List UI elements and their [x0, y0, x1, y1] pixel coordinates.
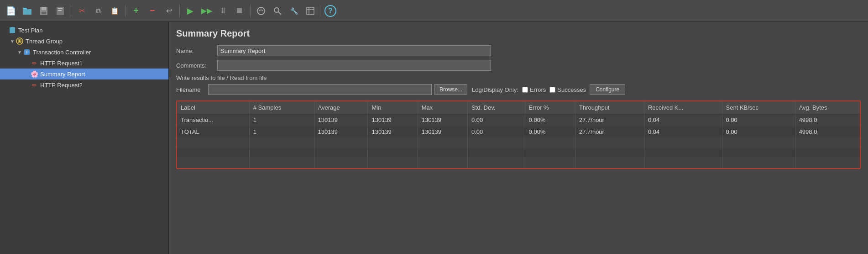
table-cell-r0-c4: 130139 — [418, 114, 467, 126]
browse-button[interactable]: Browse... — [434, 84, 467, 95]
col-header-stddev: Std. Dev. — [467, 101, 525, 114]
sidebar-item-test-plan[interactable]: Test Plan — [0, 25, 168, 36]
comments-label: Comments: — [176, 62, 217, 69]
col-header-error: Error % — [525, 101, 575, 114]
filename-label: Filename — [176, 86, 208, 93]
empty-cell — [467, 148, 525, 158]
sidebar-item-label-http-request2: HTTP Request2 — [40, 82, 83, 89]
svg-point-18 — [19, 40, 21, 42]
empty-cell — [368, 158, 418, 168]
table-empty-row — [177, 138, 860, 148]
transaction-controller-icon: T — [23, 48, 31, 56]
name-row: Name: — [176, 45, 861, 56]
table-cell-r1-c6: 0.00% — [525, 126, 575, 138]
empty-cell — [575, 138, 644, 148]
svg-line-11 — [278, 12, 281, 15]
comments-input[interactable] — [217, 60, 491, 71]
sidebar-item-label-http-request1: HTTP Request1 — [40, 60, 83, 67]
save-icon[interactable] — [37, 4, 51, 18]
undo-icon[interactable]: ↩ — [162, 4, 176, 18]
table-cell-r0-c10: 4998.0 — [795, 114, 860, 126]
empty-cell — [525, 158, 575, 168]
shutdown-icon[interactable]: ⏹ — [232, 4, 247, 18]
successes-checkbox[interactable] — [549, 87, 555, 93]
function-icon[interactable]: 🔧 — [287, 4, 301, 18]
empty-cell — [177, 148, 249, 158]
sidebar-item-transaction-controller[interactable]: ▼ T Transaction Controller — [0, 47, 168, 58]
col-header-received-kb: Received K... — [644, 101, 722, 114]
table-header-row: Label # Samples Average Min Max Std. Dev… — [177, 101, 860, 114]
arrow-transaction-controller: ▼ — [17, 50, 23, 55]
table-body: Transactio...11301391301391301390.000.00… — [177, 114, 860, 168]
run-icon[interactable]: ▶ — [183, 4, 198, 18]
copy-icon[interactable]: ⧉ — [91, 4, 105, 18]
sidebar-item-http-request1[interactable]: ✏ HTTP Request1 — [0, 58, 168, 69]
empty-cell — [644, 158, 722, 168]
empty-cell — [722, 148, 795, 158]
clear-icon[interactable] — [254, 4, 268, 18]
search-icon[interactable] — [270, 4, 285, 18]
empty-cell — [249, 158, 314, 168]
errors-label: Errors — [530, 86, 546, 93]
new-icon[interactable]: 📄 — [4, 4, 18, 18]
svg-rect-1 — [23, 9, 31, 15]
open-icon[interactable] — [20, 4, 35, 18]
svg-rect-4 — [42, 7, 46, 10]
table-cell-r1-c2: 130139 — [314, 126, 368, 138]
empty-cell — [722, 138, 795, 148]
filename-row: Filename Browse... Log/Display Only: Err… — [176, 84, 861, 95]
cut-icon[interactable]: ✂ — [74, 4, 89, 18]
revert-icon[interactable] — [53, 4, 68, 18]
panel-title: Summary Report — [176, 28, 861, 39]
svg-rect-12 — [307, 7, 314, 15]
empty-cell — [418, 158, 467, 168]
empty-cell — [368, 138, 418, 148]
empty-cell — [644, 148, 722, 158]
empty-cell — [177, 138, 249, 148]
template-icon[interactable] — [303, 4, 318, 18]
sidebar-item-label-transaction-controller: Transaction Controller — [33, 49, 91, 56]
toolbar-separator-1 — [71, 5, 71, 17]
http-request2-icon: ✏ — [30, 81, 38, 89]
name-label: Name: — [176, 48, 217, 54]
run-no-pause-icon[interactable]: ▶▶ — [199, 4, 214, 18]
table-cell-r0-c9: 0.00 — [722, 114, 795, 126]
errors-checkbox-label[interactable]: Errors — [522, 86, 546, 93]
col-header-samples: # Samples — [249, 101, 314, 114]
filename-input[interactable] — [208, 84, 432, 95]
empty-cell — [314, 158, 368, 168]
svg-rect-7 — [58, 8, 63, 9]
stop-icon[interactable]: ⏸ — [216, 4, 230, 18]
empty-cell — [314, 138, 368, 148]
summary-report-icon: 🌸 — [30, 70, 38, 78]
sidebar: Test Plan ▼ Thread Group ▼ T Transaction… — [0, 22, 169, 254]
help-icon[interactable]: ? — [324, 5, 336, 17]
sidebar-item-http-request2[interactable]: ✏ HTTP Request2 — [0, 79, 168, 90]
remove-icon[interactable]: − — [145, 4, 160, 18]
add-icon[interactable]: + — [129, 4, 143, 18]
successes-label: Successes — [557, 86, 586, 93]
col-header-avg-bytes: Avg. Bytes — [795, 101, 860, 114]
table-cell-r0-c6: 0.00% — [525, 114, 575, 126]
col-header-label: Label — [177, 101, 249, 114]
name-input[interactable] — [217, 45, 491, 56]
errors-checkbox[interactable] — [522, 87, 528, 93]
col-header-throughput: Throughput — [575, 101, 644, 114]
table-empty-row — [177, 148, 860, 158]
empty-cell — [575, 148, 644, 158]
svg-point-10 — [274, 8, 279, 12]
table-cell-r1-c9: 0.00 — [722, 126, 795, 138]
sidebar-item-summary-report[interactable]: 🌸 Summary Report — [0, 69, 168, 79]
empty-cell — [795, 138, 860, 148]
test-plan-icon — [8, 26, 16, 34]
empty-cell — [525, 148, 575, 158]
empty-cell — [418, 148, 467, 158]
empty-cell — [525, 138, 575, 148]
successes-checkbox-label[interactable]: Successes — [549, 86, 586, 93]
svg-text:T: T — [26, 50, 28, 54]
sidebar-item-thread-group[interactable]: ▼ Thread Group — [0, 36, 168, 47]
empty-cell — [644, 138, 722, 148]
paste-icon[interactable]: 📋 — [107, 4, 122, 18]
configure-button[interactable]: Configure — [590, 84, 625, 95]
sidebar-item-label-summary-report: Summary Report — [40, 71, 85, 78]
